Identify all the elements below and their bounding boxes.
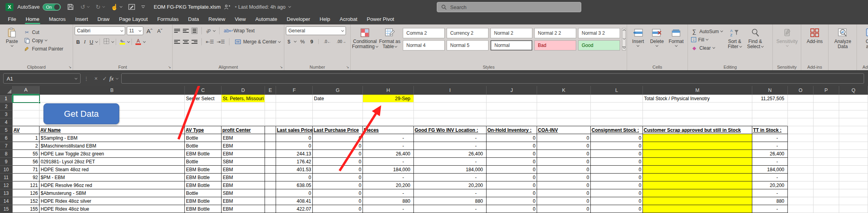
document-title[interactable]: EOM FG-PKG Template.xlsm [154, 4, 221, 10]
cell-G5[interactable]: Last Purchase Price [313, 126, 363, 134]
cell-I14[interactable]: 880 [414, 197, 487, 205]
orientation-button[interactable]: ab [205, 28, 212, 34]
search-box[interactable] [437, 2, 581, 12]
cell-A15[interactable]: 155 [13, 205, 39, 213]
cell-A8[interactable]: 55 [13, 150, 39, 158]
align-bottom-button[interactable] [192, 28, 197, 34]
style-currency-2[interactable]: Currency 2 [447, 28, 488, 38]
share-button[interactable] [224, 4, 230, 10]
row-header-14[interactable]: 14 [0, 197, 13, 205]
cell-P12[interactable] [814, 181, 839, 189]
cell-F6[interactable]: 0 [276, 134, 313, 142]
cell-I12[interactable]: 20,200 [414, 181, 487, 189]
cell-D8[interactable]: EBM [222, 150, 265, 158]
cell-F9[interactable]: 176.42 [276, 158, 313, 166]
cell-A2[interactable] [13, 103, 39, 110]
cell-N8[interactable]: 26,400 [752, 150, 788, 158]
tab-insert[interactable]: Insert [70, 14, 93, 24]
col-header-C[interactable]: C [185, 86, 222, 95]
cell-J15[interactable]: 0 [487, 205, 537, 213]
cell-M4[interactable] [643, 118, 752, 126]
cell-P4[interactable] [814, 118, 839, 126]
analyze-data-button[interactable]: Analyze Data [830, 26, 855, 49]
bold-button[interactable]: B [75, 39, 81, 45]
cell-G13[interactable]: 0 [313, 189, 363, 197]
fill-color-button[interactable] [118, 39, 127, 45]
cell-N3[interactable] [752, 110, 788, 118]
cell-C10[interactable]: EBM Bottle [185, 166, 222, 174]
col-header-F[interactable]: F [276, 86, 313, 95]
autosum-button[interactable]: ∑ AutoSum [690, 27, 724, 36]
cell-Q10[interactable] [839, 166, 868, 174]
cell-M5[interactable]: Customer Scrap approved but still in Sto… [643, 126, 752, 134]
number-dialog-launcher[interactable]: ↘ [346, 65, 349, 69]
cell-D5[interactable]: profit Center [222, 126, 265, 134]
style-comma-2[interactable]: Comma 2 [403, 28, 445, 38]
cell-D9[interactable]: SBM [222, 158, 265, 166]
cell-K3[interactable] [537, 110, 591, 118]
cell-O10[interactable] [788, 166, 814, 174]
cell-L11[interactable]: 0 [591, 174, 643, 181]
paste-button[interactable]: Paste [2, 26, 22, 63]
cell-E6[interactable] [265, 134, 276, 142]
excel-logo-icon[interactable]: X [6, 3, 13, 11]
cell-A4[interactable] [13, 118, 39, 126]
tab-view[interactable]: View [230, 14, 250, 24]
cell-I1[interactable] [414, 95, 487, 103]
align-middle-button[interactable] [183, 29, 189, 32]
cell-Q3[interactable] [839, 110, 868, 118]
cell-C4[interactable] [185, 118, 222, 126]
cell-N7[interactable]: - [752, 142, 788, 150]
touch-mode-button[interactable]: ☝ [111, 4, 122, 10]
cell-H13[interactable]: - [363, 189, 414, 197]
col-header-O[interactable]: O [788, 86, 814, 95]
cell-L2[interactable] [591, 103, 643, 110]
cell-I4[interactable] [414, 118, 487, 126]
cell-K1[interactable] [537, 95, 591, 103]
cell-J10[interactable]: 0 [487, 166, 537, 174]
style-bad[interactable]: Bad [534, 40, 576, 50]
cell-Q14[interactable] [839, 197, 868, 205]
cell-P8[interactable] [814, 150, 839, 158]
cell-G7[interactable]: 0 [313, 142, 363, 150]
cell-B14[interactable]: HDPE Ridex 48oz silver [39, 197, 185, 205]
cell-E10[interactable] [265, 166, 276, 174]
cell-E1[interactable] [265, 95, 276, 103]
cell-P6[interactable] [814, 134, 839, 142]
cell-Q8[interactable] [839, 150, 868, 158]
format-as-table-button[interactable]: Format as Table [378, 26, 402, 63]
col-header-I[interactable]: I [414, 86, 487, 95]
cell-N14[interactable]: 880 [752, 197, 788, 205]
cell-I11[interactable]: - [414, 174, 487, 181]
cell-I2[interactable] [414, 103, 487, 110]
cell-E5[interactable] [265, 126, 276, 134]
cell-D6[interactable]: EBM [222, 134, 265, 142]
cell-F12[interactable]: 638.05 [276, 181, 313, 189]
cell-P11[interactable] [814, 174, 839, 181]
cell-G2[interactable] [313, 103, 363, 110]
cell-J7[interactable]: 0 [487, 142, 537, 150]
cell-F8[interactable]: 244.13 [276, 150, 313, 158]
cell-C15[interactable]: EBM Bottle [185, 205, 222, 213]
cell-E13[interactable] [265, 189, 276, 197]
cell-G9[interactable]: 0 [313, 158, 363, 166]
cell-F13[interactable]: 0 [276, 189, 313, 197]
cell-E9[interactable] [265, 158, 276, 166]
cell-F14[interactable]: 408.41 [276, 197, 313, 205]
format-painter-button[interactable]: Format Painter [22, 45, 65, 53]
col-header-B[interactable]: B [39, 86, 185, 95]
cell-C13[interactable]: Bottle [185, 189, 222, 197]
cancel-entry-button[interactable]: × [94, 75, 98, 82]
cell-B5[interactable]: AV Name [39, 126, 185, 134]
cell-Q2[interactable] [839, 103, 868, 110]
cell-B15[interactable]: HDPE Ridex 48oz blue [39, 205, 185, 213]
cell-I9[interactable]: - [414, 158, 487, 166]
wrap-text-button[interactable]: ab↩ Wrap Text [224, 27, 256, 35]
cell-L9[interactable]: 0 [591, 158, 643, 166]
cell-A9[interactable]: 56 [13, 158, 39, 166]
cell-F11[interactable]: 0 [276, 174, 313, 181]
cell-P7[interactable] [814, 142, 839, 150]
style-good[interactable]: Good [578, 40, 620, 50]
cell-E8[interactable] [265, 150, 276, 158]
cell-C7[interactable]: Bottle [185, 142, 222, 150]
